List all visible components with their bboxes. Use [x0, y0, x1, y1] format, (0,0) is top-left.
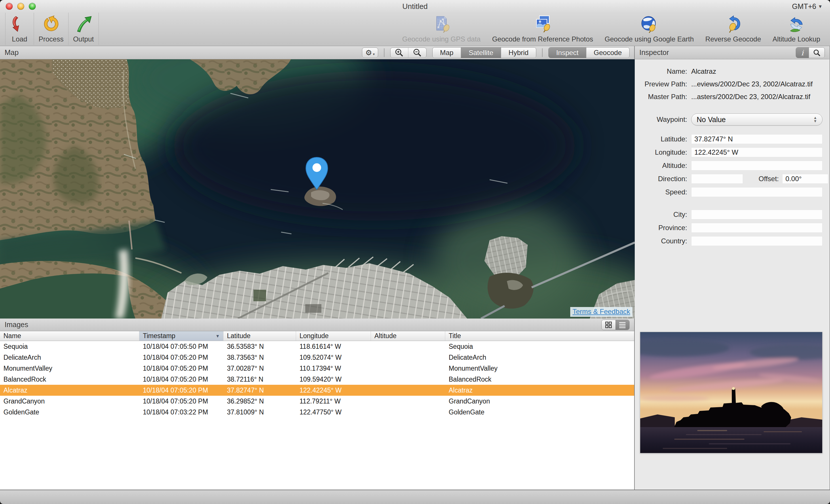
direction-label: Direction: [635, 175, 691, 183]
inspector-info-button[interactable]: i [796, 48, 809, 58]
longitude-field[interactable]: 122.42245° W [691, 148, 823, 157]
table-row[interactable]: Sequoia 10/18/04 07:05:50 PM 36.53583° N… [0, 341, 634, 352]
cell-timestamp: 10/18/04 07:03:22 PM [139, 408, 223, 416]
table-row[interactable]: Alcatraz 10/18/04 07:05:20 PM 37.82747° … [0, 385, 634, 396]
cell-title: Sequoia [445, 343, 634, 350]
table-row[interactable]: GrandCanyon 10/18/04 07:05:20 PM 36.2985… [0, 396, 634, 407]
cell-latitude: 36.29852° N [223, 398, 296, 405]
inspector-panel-title: Inspector [639, 49, 669, 57]
reverse-geocode-button[interactable]: Reverse Geocode [701, 13, 765, 45]
table-row[interactable]: DelicateArch 10/18/04 07:05:20 PM 38.735… [0, 352, 634, 363]
process-label: Process [39, 35, 64, 43]
process-button[interactable]: Process [34, 13, 68, 45]
cell-name: MonumentValley [0, 365, 139, 372]
geocode-reference-photos-button[interactable]: Geocode from Reference Photos [487, 13, 598, 45]
table-row[interactable]: MonumentValley 10/18/04 07:05:20 PM 37.0… [0, 363, 634, 374]
column-header-title[interactable]: Title [445, 331, 634, 341]
cell-title: Alcatraz [445, 386, 634, 394]
list-view-button[interactable] [615, 320, 629, 330]
table-row[interactable]: GoldenGate 10/18/04 07:03:22 PM 37.81009… [0, 407, 634, 418]
country-field[interactable] [691, 236, 823, 246]
cell-timestamp: 10/18/04 07:05:20 PM [139, 398, 223, 405]
speed-field[interactable] [691, 187, 823, 197]
window-title: Untitled [0, 2, 830, 11]
map-type-hybrid[interactable]: Hybrid [501, 48, 536, 58]
cell-longitude: 118.61614° W [296, 343, 371, 350]
search-icon [813, 49, 821, 57]
map-type-map[interactable]: Map [433, 48, 461, 58]
direction-field[interactable] [691, 174, 743, 184]
divider [384, 49, 384, 57]
zoom-out-button[interactable] [408, 48, 426, 58]
satellite-map[interactable]: Terms & Feedback [0, 59, 635, 318]
province-field[interactable] [691, 223, 823, 233]
grid-icon [605, 321, 612, 328]
map-type-segmented-control: Map Satellite Hybrid [432, 47, 536, 58]
waypoint-value: No Value [697, 116, 726, 124]
output-button[interactable]: Output [68, 13, 99, 45]
cell-latitude: 38.72116° N [223, 376, 296, 383]
cell-latitude: 37.81009° N [223, 408, 296, 416]
cell-title: GrandCanyon [445, 398, 634, 405]
mode-inspect[interactable]: Inspect [549, 48, 586, 58]
output-label: Output [73, 35, 94, 43]
altitude-lookup-button[interactable]: Altitude Lookup [768, 13, 825, 45]
column-header-name[interactable]: Name [0, 331, 139, 341]
terms-feedback-link[interactable]: Terms & Feedback [570, 307, 632, 317]
cell-name: BalancedRock [0, 376, 139, 383]
table-row[interactable]: BalancedRock 10/18/04 07:05:20 PM 38.721… [0, 374, 634, 385]
timezone-dropdown[interactable]: GMT+6 ▼ [792, 2, 823, 11]
images-table-body: Sequoia 10/18/04 07:05:50 PM 36.53583° N… [0, 341, 634, 490]
geocode-gps-data-button[interactable]: Geocode using GPS data [397, 13, 485, 45]
chevron-down-icon: ▾ [373, 52, 375, 56]
list-icon [618, 321, 627, 328]
zoom-in-button[interactable] [390, 48, 408, 58]
map-panel-header: Map ⚙ ▾ [0, 46, 634, 59]
mode-geocode[interactable]: Geocode [586, 48, 629, 58]
stepper-arrows-icon: ▲▼ [813, 116, 817, 123]
cell-timestamp: 10/18/04 07:05:20 PM [139, 386, 223, 394]
altitude-field[interactable] [691, 161, 823, 170]
column-header-longitude[interactable]: Longitude [296, 331, 371, 341]
column-header-timestamp[interactable]: Timestamp ▼ [139, 331, 223, 341]
geocode-google-earth-button[interactable]: Geocode using Google Earth [600, 13, 699, 45]
map-options-button[interactable]: ⚙ ▾ [362, 48, 378, 58]
offset-field[interactable]: 0.00° [782, 174, 828, 184]
latitude-field[interactable]: 37.82747° N [691, 134, 823, 144]
altitude-cycle-arrows-icon [787, 14, 806, 35]
cell-timestamp: 10/18/04 07:05:20 PM [139, 365, 223, 372]
cell-title: DelicateArch [445, 354, 634, 361]
cell-title: BalancedRock [445, 376, 634, 383]
gps-track-document-icon [432, 14, 451, 35]
load-label: Load [12, 35, 27, 43]
google-earth-globe-icon [640, 14, 659, 35]
column-header-altitude[interactable]: Altitude [371, 331, 445, 341]
load-button[interactable]: Load [5, 13, 34, 45]
status-bar [0, 490, 830, 504]
column-header-latitude[interactable]: Latitude [223, 331, 296, 341]
name-label: Name: [635, 67, 691, 75]
reverse-geocode-label: Reverse Geocode [705, 35, 761, 43]
waypoint-dropdown[interactable]: No Value ▲▼ [691, 114, 823, 126]
images-table-header: Name Timestamp ▼ Latitude Longitude Alti… [0, 331, 634, 341]
zoom-in-icon [395, 49, 404, 57]
city-field[interactable] [691, 210, 823, 219]
preview-path-label: Preview Path: [635, 80, 691, 88]
cell-timestamp: 10/18/04 07:05:20 PM [139, 376, 223, 383]
photo-preview [640, 332, 823, 453]
map-type-satellite[interactable]: Satellite [461, 48, 501, 58]
main-toolbar: Load Process Output [0, 13, 830, 46]
title-bar: Untitled GMT+6 ▼ [0, 0, 830, 13]
cell-longitude: 109.59420° W [296, 376, 371, 383]
map-mode-segmented-control: Inspect Geocode [548, 47, 630, 58]
cell-latitude: 36.53583° N [223, 343, 296, 350]
cell-latitude: 38.73563° N [223, 354, 296, 361]
cell-title: MonumentValley [445, 365, 634, 372]
cell-name: GrandCanyon [0, 398, 139, 405]
cell-latitude: 37.00287° N [223, 365, 296, 372]
master-path-label: Master Path: [635, 93, 691, 101]
divider [542, 49, 543, 57]
inspector-search-button[interactable] [809, 48, 825, 58]
grid-view-button[interactable] [602, 320, 615, 330]
cell-timestamp: 10/18/04 07:05:50 PM [139, 343, 223, 350]
